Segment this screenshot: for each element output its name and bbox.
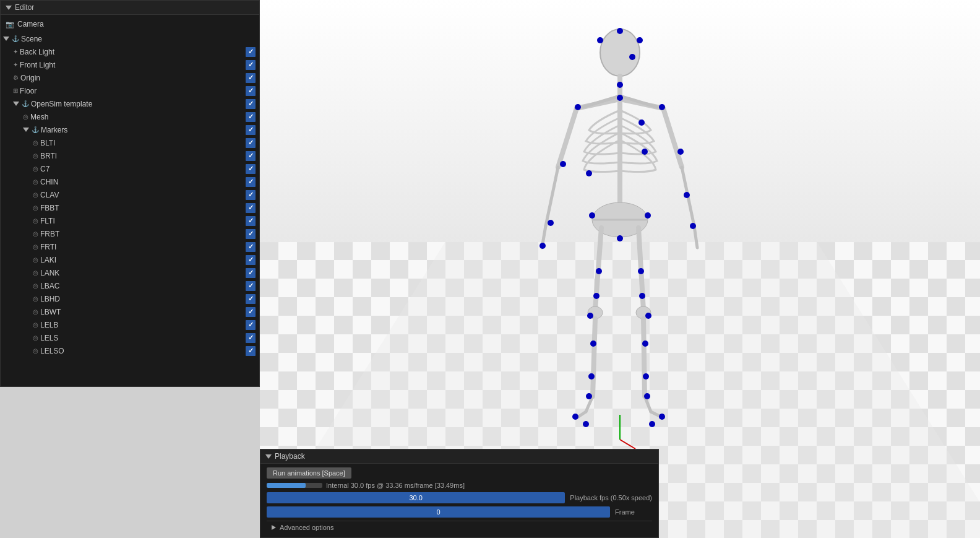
scene-type-icon: ⚓ <box>12 35 19 42</box>
laki-checkbox[interactable] <box>246 255 256 265</box>
lbhd-icon: ◎ <box>33 295 38 302</box>
frti-label: FRTI <box>40 243 246 251</box>
camera-item[interactable]: 📷 Camera <box>1 16 259 32</box>
backlight-item[interactable]: ✦ Back Light <box>1 45 259 58</box>
clav-item[interactable]: ◎ CLAV <box>1 188 259 201</box>
laki-label: LAKI <box>40 256 246 264</box>
lels-item[interactable]: ◎ LELS <box>1 331 259 344</box>
markers-item[interactable]: ⚓ Markers <box>1 123 259 136</box>
brti-item[interactable]: ◎ BRTI <box>1 149 259 162</box>
floor-checkbox[interactable] <box>246 86 256 96</box>
frbt-checkbox[interactable] <box>246 229 256 239</box>
floor-item[interactable]: ⊞ Floor <box>1 84 259 97</box>
lank-icon: ◎ <box>33 269 38 276</box>
blti-checkbox[interactable] <box>246 138 256 148</box>
mesh-checkbox[interactable] <box>246 112 256 122</box>
lbwt-checkbox[interactable] <box>246 307 256 317</box>
lbwt-item[interactable]: ◎ LBWT <box>1 305 259 318</box>
frontlight-checkbox[interactable] <box>246 60 256 70</box>
lelso-item[interactable]: ◎ LELSO <box>1 344 259 357</box>
editor-panel: Editor 📷 Camera ⚓ Scene ✦ Back Light <box>0 0 260 387</box>
scene-label: Scene <box>21 35 259 43</box>
clav-icon: ◎ <box>33 191 38 198</box>
lank-checkbox[interactable] <box>246 268 256 278</box>
svg-point-39 <box>617 95 623 101</box>
fbbt-label: FBBT <box>40 204 246 212</box>
frontlight-item[interactable]: ✦ Front Light <box>1 58 259 71</box>
frame-slider[interactable]: 0 <box>267 506 610 518</box>
frbt-item[interactable]: ◎ FRBT <box>1 227 259 240</box>
c7-item[interactable]: ◎ C7 <box>1 162 259 175</box>
run-animations-button[interactable]: Run animations [Space] <box>267 467 351 479</box>
backlight-checkbox[interactable] <box>246 47 256 57</box>
svg-point-48 <box>690 223 696 229</box>
playback-expand-icon <box>265 454 272 459</box>
fbbt-checkbox[interactable] <box>246 203 256 213</box>
advanced-options-button[interactable]: Advanced options <box>267 521 652 534</box>
svg-point-65 <box>644 393 650 399</box>
lank-item[interactable]: ◎ LANK <box>1 266 259 279</box>
origin-label: Origin <box>20 74 246 82</box>
fps-fill <box>267 483 306 488</box>
c7-checkbox[interactable] <box>246 164 256 174</box>
flti-label: FLTI <box>40 217 246 225</box>
blti-item[interactable]: ◎ BLTI <box>1 136 259 149</box>
main-area: Editor 📷 Camera ⚓ Scene ✦ Back Light <box>0 0 980 538</box>
lank-label: LANK <box>40 269 246 277</box>
lbhd-label: LBHD <box>40 295 246 303</box>
lbhd-checkbox[interactable] <box>246 294 256 304</box>
svg-point-53 <box>593 293 600 299</box>
tree-content[interactable]: 📷 Camera ⚓ Scene ✦ Back Light ✦ <box>1 15 259 386</box>
lbac-checkbox[interactable] <box>246 281 256 291</box>
svg-point-58 <box>572 414 578 420</box>
svg-point-63 <box>642 341 648 347</box>
svg-point-38 <box>659 104 665 110</box>
clav-checkbox[interactable] <box>246 190 256 200</box>
markers-checkbox[interactable] <box>246 125 256 135</box>
frti-checkbox[interactable] <box>246 242 256 252</box>
svg-line-14 <box>558 108 577 167</box>
svg-point-37 <box>575 104 581 110</box>
skeleton-figure: .bone { stroke: #c8c8c8; stroke-width: 8… <box>533 19 707 471</box>
fps-slider[interactable]: 30.0 <box>267 492 565 503</box>
lelb-item[interactable]: ◎ LELB <box>1 318 259 331</box>
mesh-item[interactable]: ◎ Mesh <box>1 110 259 123</box>
fbbt-item[interactable]: ◎ FBBT <box>1 201 259 214</box>
blti-icon: ◎ <box>33 139 38 146</box>
viewport[interactable]: .bone { stroke: #c8c8c8; stroke-width: 8… <box>260 0 980 538</box>
origin-icon: ⚙ <box>13 74 19 81</box>
svg-point-47 <box>684 192 690 198</box>
origin-checkbox[interactable] <box>246 73 256 83</box>
chin-checkbox[interactable] <box>246 177 256 187</box>
frti-item[interactable]: ◎ FRTI <box>1 240 259 253</box>
svg-point-49 <box>589 212 595 219</box>
markers-label: Markers <box>41 126 246 134</box>
lbwt-icon: ◎ <box>33 308 38 315</box>
flti-item[interactable]: ◎ FLTI <box>1 214 259 227</box>
frbt-label: FRBT <box>40 230 246 238</box>
chin-item[interactable]: ◎ CHIN <box>1 175 259 188</box>
editor-title: Editor <box>15 3 34 12</box>
laki-item[interactable]: ◎ LAKI <box>1 253 259 266</box>
svg-point-45 <box>539 243 546 249</box>
lelso-checkbox[interactable] <box>246 346 256 356</box>
origin-item[interactable]: ⚙ Origin <box>1 71 259 84</box>
svg-point-41 <box>642 149 648 155</box>
flti-checkbox[interactable] <box>246 216 256 226</box>
lels-checkbox[interactable] <box>246 333 256 343</box>
lelb-checkbox[interactable] <box>246 320 256 330</box>
opensim-item[interactable]: ⚓ OpenSim template <box>1 97 259 110</box>
c7-icon: ◎ <box>33 165 38 172</box>
scene-item[interactable]: ⚓ Scene <box>1 32 259 45</box>
opensim-checkbox[interactable] <box>246 99 256 109</box>
lbac-item[interactable]: ◎ LBAC <box>1 279 259 292</box>
svg-point-67 <box>649 421 655 427</box>
fps-info-row: Internal 30.0 fps @ 33.36 ms/frame [33.4… <box>267 482 652 489</box>
brti-label: BRTI <box>40 152 246 160</box>
svg-point-64 <box>643 373 649 380</box>
brti-checkbox[interactable] <box>246 151 256 161</box>
lbhd-item[interactable]: ◎ LBHD <box>1 292 259 305</box>
lbac-icon: ◎ <box>33 282 38 289</box>
lbwt-label: LBWT <box>40 308 246 316</box>
lels-label: LELS <box>40 334 246 342</box>
